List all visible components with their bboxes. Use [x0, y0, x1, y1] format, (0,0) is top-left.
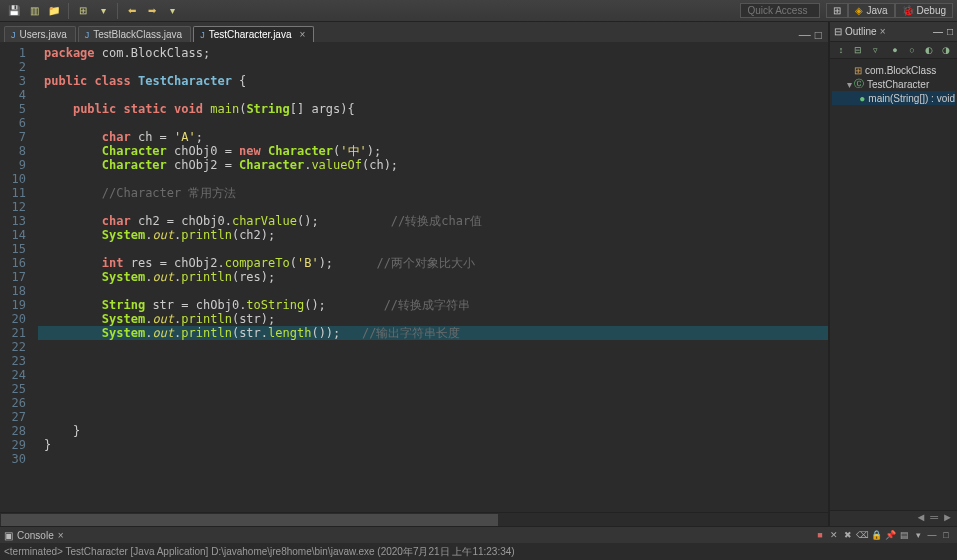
tab-testblackclass[interactable]: J TestBlackClass.java	[78, 26, 191, 42]
outline-package-label: com.BlockClass	[865, 65, 936, 76]
scroll-icon[interactable]: ═	[930, 511, 938, 526]
outline-panel: ⊟ Outline × — □ ↕ ⊟ ▿ ● ○ ◐ ◑ ⊞ com.Bloc…	[829, 22, 957, 526]
close-icon[interactable]: ×	[880, 26, 886, 37]
save-icon[interactable]: 💾	[6, 3, 22, 19]
method-icon: ●	[859, 93, 865, 104]
outline-class-label: TestCharacter	[867, 79, 929, 90]
folder-icon[interactable]: 📁	[46, 3, 62, 19]
outline-icon: ⊟	[834, 26, 842, 37]
hide-local-icon[interactable]: ◑	[940, 44, 952, 56]
code-content[interactable]: package com.BlockClass;public class Test…	[38, 42, 828, 512]
toolbar-separator	[68, 3, 69, 19]
java-file-icon: J	[85, 30, 90, 40]
line-number-gutter: 1234567891011121314151617181920212223242…	[0, 42, 32, 512]
main-toolbar: 💾 ▥ 📁 ⊞ ▾ ⬅ ➡ ▾ ⊞ ◈ Java 🐞 Debug	[0, 0, 957, 22]
twistie-open-icon[interactable]: ▾	[844, 79, 854, 90]
tab-users[interactable]: J Users.java	[4, 26, 76, 42]
quick-access-input[interactable]	[740, 3, 820, 18]
package-icon[interactable]: ⊞	[75, 3, 91, 19]
hide-fields-icon[interactable]: ●	[889, 44, 901, 56]
open-console-icon[interactable]: ▾	[912, 529, 924, 541]
console-panel: ▣ Console × ■ ✕ ✖ ⌫ 🔒 📌 ▤ ▾ — □ <termina…	[0, 526, 957, 560]
debug-perspective-label: Debug	[917, 5, 946, 16]
sort-icon[interactable]: ↕	[835, 44, 847, 56]
forward-icon[interactable]: ➡	[144, 3, 160, 19]
tab-label: Users.java	[20, 29, 67, 40]
console-body[interactable]: <terminated> TestCharacter [Java Applica…	[0, 543, 957, 560]
console-icon: ▣	[4, 530, 13, 541]
class-icon: Ⓒ	[854, 77, 864, 91]
debug-perspective-button[interactable]: 🐞 Debug	[895, 3, 953, 18]
package-icon: ⊞	[854, 65, 862, 76]
outline-method-label: main(String[]) : void	[868, 93, 955, 104]
tab-testcharacter[interactable]: J TestCharacter.java ×	[193, 26, 314, 42]
java-icon: ◈	[855, 5, 863, 16]
outline-class[interactable]: ▾ Ⓒ TestCharacter	[832, 77, 955, 91]
console-title: Console	[17, 530, 54, 541]
pin-icon[interactable]: 📌	[884, 529, 896, 541]
hide-static-icon[interactable]: ○	[906, 44, 918, 56]
java-file-icon: J	[11, 30, 16, 40]
maximize-icon[interactable]: □	[947, 26, 953, 37]
remove-all-icon[interactable]: ✖	[842, 529, 854, 541]
display-icon[interactable]: ▤	[898, 529, 910, 541]
editor-panel: J Users.java J TestBlackClass.java J Tes…	[0, 22, 829, 526]
open-icon[interactable]: ▥	[26, 3, 42, 19]
java-perspective-button[interactable]: ◈ Java	[848, 3, 894, 18]
back-icon[interactable]: ⬅	[124, 3, 140, 19]
outline-package[interactable]: ⊞ com.BlockClass	[832, 63, 955, 77]
minimize-icon[interactable]: —	[926, 529, 938, 541]
debug-icon: 🐞	[902, 5, 914, 16]
code-area[interactable]: 1234567891011121314151617181920212223242…	[0, 42, 828, 512]
main-row: J Users.java J TestBlackClass.java J Tes…	[0, 22, 957, 526]
remove-launch-icon[interactable]: ✕	[828, 529, 840, 541]
minimize-icon[interactable]: —	[799, 28, 811, 42]
terminate-icon[interactable]: ■	[814, 529, 826, 541]
scrollbar-thumb[interactable]	[1, 514, 498, 526]
close-tab-icon[interactable]: ×	[300, 29, 306, 40]
outline-toolbar: ↕ ⊟ ▿ ● ○ ◐ ◑	[830, 42, 957, 59]
outline-method[interactable]: ● main(String[]) : void	[832, 91, 955, 105]
toolbar-separator	[117, 3, 118, 19]
outline-tab[interactable]: ⊟ Outline × — □	[830, 22, 957, 42]
tab-label: TestBlackClass.java	[93, 29, 182, 40]
clear-icon[interactable]: ⌫	[856, 529, 868, 541]
dropdown-icon[interactable]: ▾	[95, 3, 111, 19]
console-tab-bar: ▣ Console × ■ ✕ ✖ ⌫ 🔒 📌 ▤ ▾ — □	[0, 527, 957, 543]
maximize-icon[interactable]: □	[815, 28, 822, 42]
horizontal-scrollbar[interactable]	[0, 512, 828, 526]
collapse-icon[interactable]: ⊟	[852, 44, 864, 56]
outline-status-bar: ◄ ═ ►	[830, 510, 957, 526]
maximize-icon[interactable]: □	[940, 529, 952, 541]
tab-label: TestCharacter.java	[209, 29, 292, 40]
hide-nonpublic-icon[interactable]: ◐	[923, 44, 935, 56]
outline-title: Outline	[845, 26, 877, 37]
minimize-icon[interactable]: —	[933, 26, 943, 37]
java-file-icon: J	[200, 30, 205, 40]
scroll-lock-icon[interactable]: 🔒	[870, 529, 882, 541]
outline-tree: ⊞ com.BlockClass ▾ Ⓒ TestCharacter ● mai…	[830, 59, 957, 109]
dropdown-icon[interactable]: ▾	[164, 3, 180, 19]
editor-tab-bar: J Users.java J TestBlackClass.java J Tes…	[0, 22, 828, 42]
filter-icon[interactable]: ▿	[869, 44, 881, 56]
java-perspective-label: Java	[866, 5, 887, 16]
prev-icon[interactable]: ◄	[915, 511, 926, 526]
next-icon[interactable]: ►	[942, 511, 953, 526]
open-perspective-button[interactable]: ⊞	[826, 3, 848, 18]
close-icon[interactable]: ×	[58, 530, 64, 541]
